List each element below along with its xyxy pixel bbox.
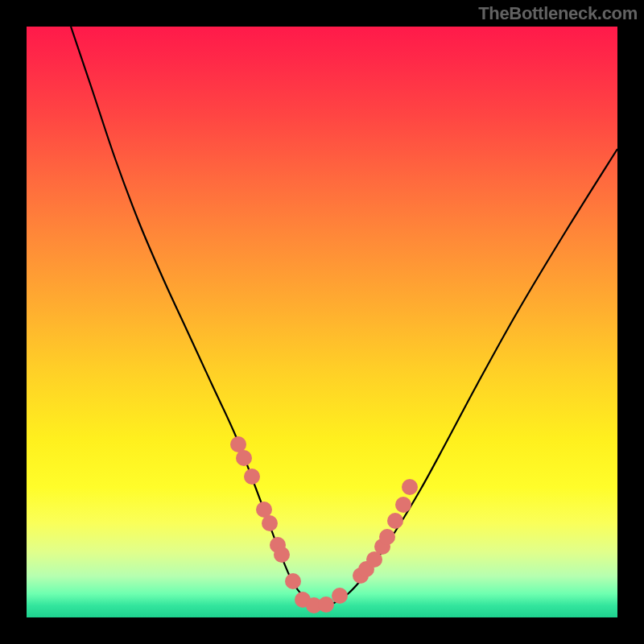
curve-line: [71, 27, 617, 607]
marker-point: [395, 497, 411, 513]
marker-point: [379, 529, 395, 545]
data-markers: [230, 436, 418, 613]
marker-point: [274, 547, 290, 563]
chart-container: TheBottleneck.com: [0, 0, 644, 644]
marker-point: [236, 450, 252, 466]
marker-point: [244, 469, 260, 485]
watermark-text: TheBottleneck.com: [478, 3, 638, 24]
marker-point: [387, 513, 403, 529]
marker-point: [402, 479, 418, 495]
marker-point: [285, 573, 301, 589]
marker-point: [262, 515, 278, 531]
plot-area: [27, 27, 617, 617]
marker-point: [332, 588, 348, 604]
chart-svg: [27, 27, 617, 617]
marker-point: [318, 597, 334, 613]
